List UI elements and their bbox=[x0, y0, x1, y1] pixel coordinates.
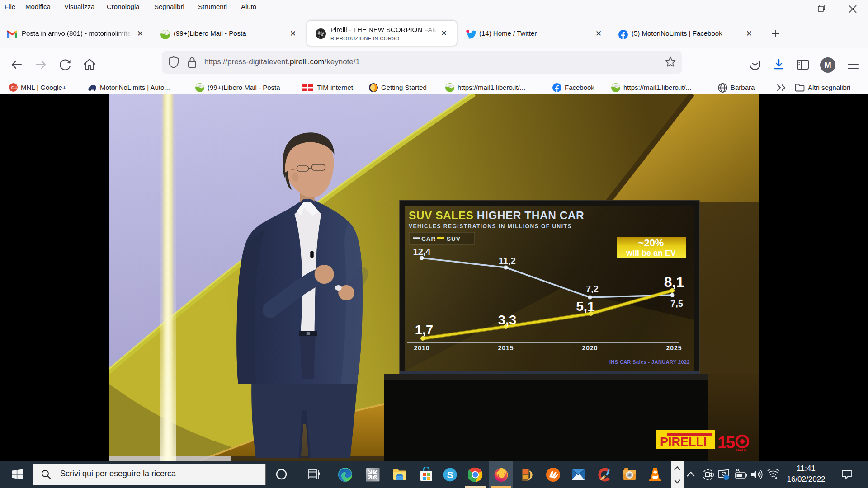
svg-text:SUV SALES HIGHER THAN CAR: SUV SALES HIGHER THAN CAR bbox=[409, 209, 584, 221]
svg-text:CAR: CAR bbox=[421, 235, 436, 242]
svg-text:2015: 2015 bbox=[498, 344, 514, 352]
svg-text:11,2: 11,2 bbox=[499, 256, 516, 266]
svg-text:PIRELLI: PIRELLI bbox=[660, 435, 707, 449]
svg-text:12,4: 12,4 bbox=[413, 247, 431, 257]
svg-text:1,7: 1,7 bbox=[415, 323, 433, 337]
svg-text:8,1: 8,1 bbox=[664, 274, 684, 290]
svg-text:15: 15 bbox=[717, 433, 735, 452]
svg-text:YEARS: YEARS bbox=[736, 448, 746, 451]
svg-text:5,1: 5,1 bbox=[576, 299, 595, 314]
svg-text:SUV: SUV bbox=[447, 235, 461, 242]
svg-text:IHS CAR Sales - JANUARY 2022: IHS CAR Sales - JANUARY 2022 bbox=[609, 359, 690, 365]
svg-text:S: S bbox=[447, 469, 453, 480]
svg-text:7,2: 7,2 bbox=[586, 284, 599, 294]
svg-text:~20%: ~20% bbox=[638, 237, 664, 249]
svg-text:will be an EV: will be an EV bbox=[626, 249, 676, 258]
svg-text:2025: 2025 bbox=[666, 344, 682, 352]
svg-text:2020: 2020 bbox=[582, 344, 598, 352]
svg-text:VEHICLES REGISTRATIONS IN MILL: VEHICLES REGISTRATIONS IN MILLIONS OF UN… bbox=[409, 223, 572, 230]
svg-text:7,5: 7,5 bbox=[670, 299, 683, 309]
svg-text:G+: G+ bbox=[11, 85, 18, 90]
svg-text:2010: 2010 bbox=[414, 344, 429, 352]
svg-text:3,3: 3,3 bbox=[498, 313, 516, 327]
